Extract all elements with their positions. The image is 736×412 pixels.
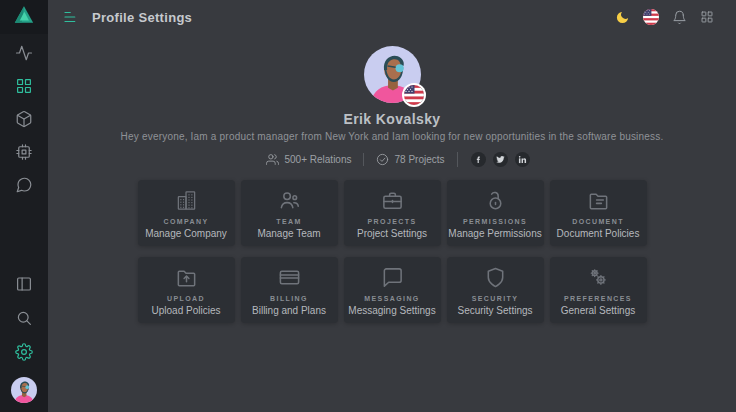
social-link-twitter[interactable] [493, 152, 508, 167]
sidebar-item-chat[interactable] [10, 176, 38, 194]
stat-label: 78 Projects [394, 154, 444, 165]
grid-icon [15, 77, 33, 95]
profile-bio: Hey everyone, Iam a product manager from… [121, 131, 664, 142]
settings-card-billing[interactable]: BILLING Billing and Plans [241, 257, 338, 323]
stat-label: 500+ Relations [284, 154, 351, 165]
settings-cards-grid: COMPANY Manage Company TEAM Manage Team … [138, 180, 647, 323]
grid-icon [700, 10, 714, 24]
card-sublabel: Manage Team [257, 228, 320, 239]
settings-card-document[interactable]: DOCUMENT Document Policies [550, 180, 647, 246]
card-sublabel: Billing and Plans [252, 305, 326, 316]
flag-us-icon [643, 9, 659, 25]
team-icon [278, 189, 301, 212]
profile-name: Erik Kovalsky [343, 111, 440, 127]
settings-card-messaging[interactable]: MESSAGING Messaging Settings [344, 257, 441, 323]
hamburger-icon [62, 8, 80, 26]
app-window: Profile Settings [0, 0, 736, 412]
moon-icon [615, 10, 630, 25]
sidebar-item-settings[interactable] [10, 343, 38, 361]
activity-icon [15, 44, 33, 62]
card-label: TEAM [276, 218, 301, 225]
box-icon [15, 110, 33, 128]
header-bar: Profile Settings [48, 0, 736, 34]
header-action-apps[interactable] [700, 10, 714, 24]
sidebar-item-panels[interactable] [10, 275, 38, 293]
sidebar-item-dashboard[interactable] [10, 77, 38, 95]
gear-icon [15, 343, 33, 361]
card-label: DOCUMENT [572, 218, 624, 225]
card-label: COMPANY [163, 218, 208, 225]
sidebar-item-search[interactable] [10, 309, 38, 327]
card-label: UPLOAD [167, 295, 205, 302]
card-sublabel: General Settings [561, 305, 636, 316]
social-link-facebook[interactable] [471, 152, 486, 167]
brand-logo[interactable] [0, 0, 48, 34]
check-circle-icon [376, 153, 389, 166]
sidebar [0, 0, 48, 412]
profile-stat: 78 Projects [363, 153, 456, 166]
stats-group: 500+ Relations 78 Projects [254, 153, 456, 166]
card-label: SECURITY [472, 295, 519, 302]
card-label: MESSAGING [364, 295, 419, 302]
profile-header: Erik Kovalsky Hey everyone, Iam a produc… [48, 34, 736, 167]
settings-card-projects[interactable]: PROJECTS Project Settings [344, 180, 441, 246]
page-title: Profile Settings [92, 10, 192, 25]
card-sublabel: Manage Permissions [448, 228, 541, 239]
social-links [457, 152, 530, 167]
card-sublabel: Upload Policies [152, 305, 221, 316]
settings-card-permissions[interactable]: PERMISSIONS Manage Permissions [447, 180, 544, 246]
cpu-icon [15, 143, 33, 161]
card-label: PREFERENCES [564, 295, 632, 302]
facebook-icon [474, 155, 483, 164]
card-label: PERMISSIONS [463, 218, 527, 225]
sidebar-nav-top [10, 44, 38, 194]
buildings-icon [175, 189, 198, 212]
gears-icon [587, 266, 610, 289]
header-action-dark-mode[interactable] [615, 10, 630, 25]
sidebar-item-profile[interactable] [10, 377, 38, 403]
search-icon [15, 309, 33, 327]
card-sublabel: Security Settings [457, 305, 532, 316]
unlock-icon [484, 189, 507, 212]
sidebar-item-packages[interactable] [10, 110, 38, 128]
avatar-man-icon [11, 377, 37, 403]
profile-avatar [364, 46, 421, 103]
country-flag-badge [404, 85, 424, 105]
sidebar-item-activity[interactable] [10, 44, 38, 62]
sidebar-nav-bottom [10, 275, 38, 412]
settings-card-security[interactable]: SECURITY Security Settings [447, 257, 544, 323]
header-action-language[interactable] [643, 9, 659, 25]
profile-stat: 500+ Relations [254, 153, 363, 166]
logo-triangle-icon [13, 4, 35, 30]
card-label: PROJECTS [368, 218, 417, 225]
settings-card-company[interactable]: COMPANY Manage Company [138, 180, 235, 246]
sidebar-item-system[interactable] [10, 143, 38, 161]
message-circle-icon [15, 176, 33, 194]
card-sublabel: Messaging Settings [348, 305, 435, 316]
twitter-icon [496, 155, 505, 164]
folder-document-icon [587, 189, 610, 212]
credit-card-icon [278, 266, 301, 289]
folder-upload-icon [175, 266, 198, 289]
social-link-linkedin[interactable] [515, 152, 530, 167]
profile-stats-row: 500+ Relations 78 Projects [254, 152, 529, 167]
main-content: Erik Kovalsky Hey everyone, Iam a produc… [48, 34, 736, 412]
layout-sidebar-icon [15, 275, 33, 293]
bell-icon [672, 10, 687, 25]
settings-card-team[interactable]: TEAM Manage Team [241, 180, 338, 246]
users-icon [266, 153, 279, 166]
linkedin-icon [518, 155, 527, 164]
card-sublabel: Project Settings [357, 228, 427, 239]
header-action-notifications[interactable] [672, 10, 687, 25]
briefcase-icon [381, 189, 404, 212]
message-square-icon [381, 266, 404, 289]
card-label: BILLING [270, 295, 308, 302]
shield-icon [484, 266, 507, 289]
menu-toggle-button[interactable] [62, 8, 80, 26]
card-sublabel: Manage Company [145, 228, 227, 239]
header-actions [615, 9, 714, 25]
settings-card-upload[interactable]: UPLOAD Upload Policies [138, 257, 235, 323]
settings-card-preferences[interactable]: PREFERENCES General Settings [550, 257, 647, 323]
card-sublabel: Document Policies [557, 228, 640, 239]
